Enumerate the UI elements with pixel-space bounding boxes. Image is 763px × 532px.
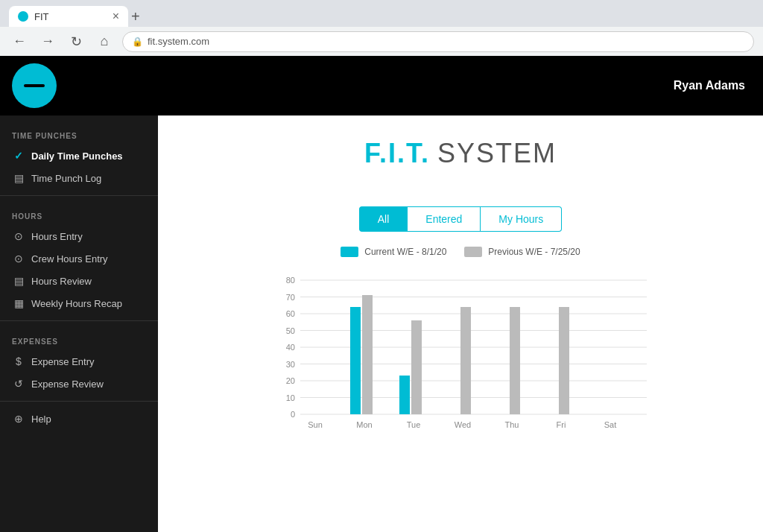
table-icon: ▤ (12, 275, 25, 287)
sidebar-item-crew-hours-entry[interactable]: ⊙ Crew Hours Entry (0, 247, 158, 270)
bar-mon-previous (362, 295, 373, 414)
y-label-10: 10 (286, 393, 295, 402)
active-tab[interactable]: FIT × (9, 6, 128, 27)
reload-button[interactable]: ↻ (66, 31, 86, 52)
nav-divider-2 (0, 320, 158, 321)
help-icon: ⊕ (12, 413, 25, 425)
main-body: F.I.T. SYSTEM All Entered My Hours Curre… (158, 115, 763, 532)
sidebar-item-hours-review[interactable]: ▤ Hours Review (0, 270, 158, 292)
legend-previous-label: Previous W/E - 7/25/20 (488, 247, 580, 257)
x-label-wed: Wed (455, 420, 471, 429)
fit-logo-area: F.I.T. SYSTEM (188, 138, 733, 169)
chart-area: 0 10 20 30 40 50 60 70 80 (267, 269, 654, 436)
bar-chart-svg: 0 10 20 30 40 50 60 70 80 (267, 269, 654, 433)
legend-color-current (341, 247, 358, 257)
sidebar-header (0, 56, 158, 115)
nav-label: Hours Entry (31, 231, 83, 242)
tab-entered[interactable]: Entered (407, 206, 481, 232)
legend-color-previous (464, 247, 482, 257)
y-label-80: 80 (286, 276, 295, 285)
list-icon: ▤ (12, 172, 25, 184)
tab-close-button[interactable]: × (113, 10, 119, 22)
address-bar[interactable]: 🔒 fit.system.com (122, 31, 754, 52)
tab-title: FIT (34, 11, 49, 22)
tab-my-hours[interactable]: My Hours (481, 206, 562, 232)
section-label-hours: HOURS (0, 202, 158, 225)
tab-favicon (18, 11, 28, 22)
y-label-40: 40 (286, 343, 295, 352)
main-header: Ryan Adams (158, 56, 763, 115)
bar-fri-previous (559, 307, 569, 414)
forward-button[interactable]: → (37, 31, 58, 52)
x-label-thu: Thu (505, 420, 519, 429)
nav-label: Time Punch Log (31, 173, 101, 184)
legend-previous: Previous W/E - 7/25/20 (464, 247, 580, 257)
new-tab-button[interactable]: + (131, 8, 140, 25)
home-button[interactable]: ⌂ (94, 31, 115, 52)
chart-container: All Entered My Hours Current W/E - 8/1/2… (188, 199, 733, 443)
y-label-30: 30 (286, 360, 295, 369)
sidebar: TIME PUNCHES ✓ Daily Time Punches ▤ Time… (0, 56, 158, 532)
logo-bar (24, 84, 45, 87)
sidebar-nav: TIME PUNCHES ✓ Daily Time Punches ▤ Time… (0, 115, 158, 532)
nav-label: Hours Review (31, 276, 92, 287)
address-text: fit.system.com (148, 36, 209, 47)
section-label-time-punches: TIME PUNCHES (0, 121, 158, 145)
sidebar-item-expense-entry[interactable]: $ Expense Entry (0, 350, 158, 373)
nav-label: Help (31, 414, 51, 425)
nav-label: Crew Hours Entry (31, 253, 108, 265)
navigation-bar: ← → ↻ ⌂ 🔒 fit.system.com (0, 27, 763, 57)
y-label-70: 70 (286, 293, 295, 302)
bar-tue-previous (411, 320, 422, 414)
nav-divider-3 (0, 401, 158, 402)
tab-bar: FIT × + (0, 0, 763, 27)
app-wrapper: TIME PUNCHES ✓ Daily Time Punches ▤ Time… (0, 56, 763, 532)
browser-chrome: FIT × + ← → ↻ ⌂ 🔒 fit.system.com (0, 0, 763, 56)
y-label-20: 20 (286, 376, 295, 385)
sidebar-item-expense-review[interactable]: ↺ Expense Review (0, 373, 158, 395)
y-label-50: 50 (286, 326, 295, 335)
legend-current-label: Current W/E - 8/1/20 (364, 247, 446, 257)
chart-legend: Current W/E - 8/1/20 Previous W/E - 7/25… (203, 247, 718, 257)
nav-divider-1 (0, 195, 158, 196)
bar-wed-previous (460, 307, 471, 414)
nav-label: Expense Entry (31, 356, 95, 367)
y-label-60: 60 (286, 309, 295, 318)
bar-mon-current (350, 307, 361, 414)
checkmark-icon: ✓ (12, 150, 25, 162)
grid-icon: ▦ (12, 297, 25, 309)
sidebar-item-daily-time-punches[interactable]: ✓ Daily Time Punches (0, 145, 158, 167)
back-button[interactable]: ← (9, 31, 30, 52)
tab-all[interactable]: All (359, 206, 408, 232)
section-label-expenses: EXPENSES (0, 327, 158, 350)
sidebar-logo (12, 63, 57, 108)
x-label-sat: Sat (604, 420, 617, 429)
fit-logo-text: F.I.T. (364, 138, 430, 169)
circle-icon-2: ⊙ (12, 253, 25, 265)
y-label-0: 0 (291, 410, 295, 419)
system-text: SYSTEM (437, 138, 557, 169)
chart-tabs: All Entered My Hours (203, 206, 718, 232)
lock-icon: 🔒 (132, 37, 143, 47)
bar-tue-current (399, 376, 410, 414)
user-name: Ryan Adams (674, 79, 745, 92)
sidebar-item-time-punch-log[interactable]: ▤ Time Punch Log (0, 167, 158, 189)
x-label-mon: Mon (356, 420, 372, 429)
dollar-icon: $ (12, 355, 25, 367)
nav-label: Daily Time Punches (31, 151, 123, 162)
x-label-tue: Tue (407, 420, 421, 429)
main-content: Ryan Adams F.I.T. SYSTEM All Entered My … (158, 56, 763, 532)
legend-current: Current W/E - 8/1/20 (341, 247, 446, 257)
sidebar-item-help[interactable]: ⊕ Help (0, 408, 158, 430)
nav-label: Expense Review (31, 379, 104, 390)
sidebar-item-hours-entry[interactable]: ⊙ Hours Entry (0, 225, 158, 247)
circle-icon: ⊙ (12, 230, 25, 242)
nav-label: Weekly Hours Recap (31, 298, 122, 309)
x-label-sun: Sun (308, 420, 323, 429)
bar-thu-previous (510, 307, 520, 414)
x-label-fri: Fri (557, 420, 566, 429)
refresh-icon: ↺ (12, 378, 25, 390)
sidebar-item-weekly-hours-recap[interactable]: ▦ Weekly Hours Recap (0, 292, 158, 314)
